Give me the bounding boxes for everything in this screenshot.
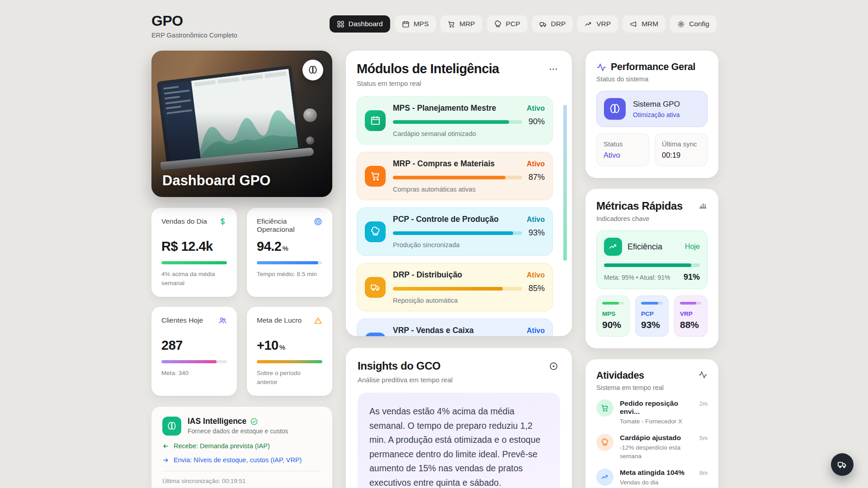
insights-subtitle: Análise preditiva em tempo real [358,376,560,384]
activity-time: 5m [699,435,708,441]
stat-value: R$ 12.4k [161,239,227,254]
module-percent: 85% [528,284,545,293]
nav-label: Dashboard [349,20,383,28]
nav-tab-vrp[interactable]: VRP [577,15,618,33]
stat-caption: Meta: 340 [161,369,227,378]
status-value: Ativo [604,151,642,160]
delivery-fab-button[interactable] [831,453,854,476]
trending-up-icon [604,238,622,256]
module-list: MPS - Planejamento MestreAtivo 90% Cardá… [357,96,561,336]
nav-tab-mps[interactable]: MPS [395,15,436,33]
nav-tab-config[interactable]: Config [670,15,717,33]
module-row-mps[interactable]: MPS - Planejamento MestreAtivo 90% Cardá… [357,96,553,145]
sync-label: Última sync [662,140,700,148]
chef-hat-icon [494,20,502,28]
trending-up-icon [585,20,592,28]
more-options-button[interactable] [546,61,561,77]
divider [162,471,321,471]
target-icon [314,217,322,235]
modules-scrollbar[interactable] [563,105,567,261]
insights-box: As vendas estão 4% acima da média semana… [358,393,560,488]
ias-receives-row: Recebe: Demanda prevista (IAP) [162,442,321,450]
content: Dashboard GPO Vendas do Dia R$ 12.4k 4% … [151,51,717,488]
ias-receives: Recebe: Demanda prevista (IAP) [174,442,270,450]
nav-tab-drp[interactable]: DRP [532,15,573,33]
efficiency-box: Eficiência Hoje Meta: 95% • Atual: 91% 9… [596,230,708,289]
grid-icon [337,20,344,28]
circle-dot-icon [549,361,558,371]
pulse-icon [596,62,606,72]
cart-icon [596,399,613,417]
mini-progress [602,302,624,305]
check-circle-icon [250,418,258,426]
sync-value: 00:19 [662,151,700,160]
stat-progress [257,360,322,363]
module-percent: 93% [528,228,545,238]
nav-tab-mrm[interactable]: MRM [623,15,665,33]
module-progress [393,120,522,124]
chef-hat-icon [596,434,613,451]
module-row-pcp[interactable]: PCP - Controle de ProduçãoAtivo 93% Prod… [357,207,553,256]
module-progress [393,287,522,291]
nav-tab-dashboard[interactable]: Dashboard [330,15,390,33]
brain-icon [604,98,626,120]
hero-ai-button[interactable] [302,60,323,80]
activity-time: 8m [699,469,708,476]
mini-progress [680,302,702,305]
insights-view-button[interactable] [547,360,560,373]
stat-card-eficiencia: Eficiência Operacional 94.2% Tempo médio… [247,208,332,297]
nav-tab-pcp[interactable]: PCP [487,15,528,33]
activity-item[interactable]: Cardápio ajustado -12% desperdício esta … [596,434,708,461]
stat-label: Clientes Hoje [161,316,203,334]
module-progress [393,176,522,179]
nav-label: Config [689,20,709,28]
stat-value: 287 [161,338,227,353]
nav-label: MRP [459,20,475,28]
header: GPO ERP Gastronômico Completo Dashboard … [151,13,717,39]
mini-metric-pcp: PCP 93% [635,296,669,337]
mini-label: MPS [602,310,624,317]
module-status: Ativo [527,327,545,335]
activity-title: Meta atingida 104% [620,469,693,477]
modules-subtitle: Status em tempo real [357,80,561,87]
module-title: MPS - Planejamento Mestre [393,103,496,113]
nav-tab-mrp[interactable]: MRP [440,15,482,33]
module-row-mrp[interactable]: MRP - Compras e MateriaisAtivo 87% Compr… [357,152,553,200]
module-row-vrp[interactable]: VRP - Vendas e CaixaAtivo 88% Reajuste d… [357,319,553,336]
module-title: DRP - Distribuição [393,270,462,280]
bar-chart-icon [698,200,708,209]
activities-card: Atividades Sistema em tempo real Pedido … [585,359,718,488]
performance-title: Performance Geral [611,61,695,73]
nav-label: MPS [414,20,429,28]
module-caption: Compras automáticas ativas [393,186,545,193]
arrow-left-icon [162,443,169,450]
gear-icon [677,20,685,28]
activity-item[interactable]: Pedido reposição envi... Tomate - Fornec… [596,399,708,426]
hero-title: Dashboard GPO [162,173,270,189]
stat-card-vendas: Vendas do Dia R$ 12.4k 4% acima da média… [151,208,237,297]
activity-time: 2m [699,400,708,407]
activity-item[interactable]: Meta atingida 104% Vendas do dia 8m [596,469,708,487]
system-status: Otimização ativa [633,111,680,118]
insights-paragraph: As vendas estão 4% acima da média semana… [369,404,548,488]
activity-list: Pedido reposição envi... Tomate - Fornec… [596,399,708,488]
module-caption: Produção sincronizada [393,241,545,249]
ias-sends-row: Envia: Níveis de estoque, custos (IAP, V… [162,456,321,464]
activity-title: Pedido reposição envi... [620,399,693,416]
module-progress [393,231,522,235]
mini-metric-mps: MPS 90% [596,296,630,337]
module-title: VRP - Vendas e Caixa [393,326,474,335]
mini-value: 90% [602,319,624,330]
ias-last-sync: Última sincronização: 00:19:51 [162,478,321,484]
module-caption: Reposição automática [393,297,545,304]
modules-title: Módulos de Inteligência [357,61,499,76]
performance-card: Performance Geral Status do sistema Sist… [585,51,718,178]
efficiency-value: 91% [684,272,700,282]
right-column: Performance Geral Status do sistema Sist… [585,51,718,488]
module-percent: 87% [528,173,545,182]
efficiency-meta: Meta: 95% • Atual: 91% [604,274,670,281]
nav-label: DRP [551,20,566,28]
module-row-drp[interactable]: DRP - DistribuiçãoAtivo 85% Reposição au… [357,263,553,311]
trending-up-icon [365,333,386,337]
brain-icon [162,417,181,436]
